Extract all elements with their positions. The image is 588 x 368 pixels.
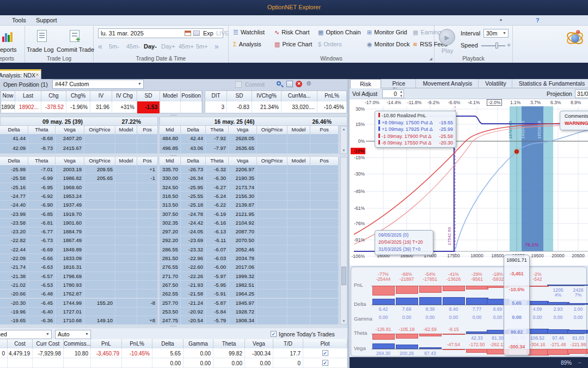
option-chain-button[interactable]: ▦Option Chain xyxy=(318,29,361,36)
splitter-handle[interactable]: ▪▪▪▪ xyxy=(0,324,347,328)
scroll-up-icon[interactable]: ▲ xyxy=(341,128,347,131)
chain-col-model[interactable]: Model xyxy=(287,157,310,165)
chain-col-pos[interactable]: Pos xyxy=(137,126,158,134)
settings-gear-icon[interactable]: ⚙ xyxy=(306,80,311,87)
col-header-Last[interactable]: Last xyxy=(15,91,41,101)
projection-date-input[interactable]: 31/03/20 xyxy=(575,89,588,98)
footer-col-t/d[interactable]: T/D xyxy=(273,339,303,348)
chain-col-model[interactable]: Model xyxy=(287,126,310,134)
footer-col-pnl[interactable]: PnL xyxy=(91,339,122,348)
option-chain-row[interactable]: 335.70-26.73-6.322206.97 xyxy=(160,165,339,174)
speed-slider-track[interactable] xyxy=(481,45,505,46)
reports-button[interactable]: Reports xyxy=(0,46,17,53)
nav-day+[interactable]: Day+ xyxy=(161,43,175,50)
option-chain-row[interactable]: 313.50-25.18-6.222139.87 xyxy=(160,201,339,209)
chain-col-model[interactable]: Model xyxy=(115,126,137,134)
chain-col-vega[interactable]: Vega xyxy=(56,126,84,134)
chain-col-pos[interactable]: Pos xyxy=(310,157,339,165)
option-chain-row[interactable]: -23.20-6.771884.79 xyxy=(0,227,158,236)
nav-5m+[interactable]: 5m+ xyxy=(196,43,208,50)
option-chain-row[interactable]: -21.02-6.531780.93 xyxy=(0,281,158,289)
option-chain-row[interactable]: -25.16-6.951969.60 xyxy=(0,183,158,192)
speed-slider-handle[interactable] xyxy=(495,43,498,49)
chain-col-theta[interactable]: Theta xyxy=(28,157,56,165)
chain-col-delta[interactable]: Delta xyxy=(181,157,206,165)
spinner-down-icon[interactable]: ▼ xyxy=(400,94,403,98)
option-chain-row[interactable]: 318.50-25.55-6.242156.30 xyxy=(160,192,339,201)
commit-trade-button[interactable]: Commit Trade xyxy=(57,46,94,53)
search-icon[interactable] xyxy=(277,81,281,86)
expiry-header-right[interactable]: 16 may. 25 (46) 26.46% xyxy=(160,117,347,126)
close-icon[interactable]: ✕ xyxy=(296,81,302,87)
exp-label[interactable]: Exp xyxy=(203,30,213,37)
price-chart-button[interactable]: ▥Price Chart xyxy=(274,41,312,48)
chain-col-theta[interactable]: Theta xyxy=(28,126,56,134)
chain-col-delta[interactable]: Delta xyxy=(0,157,28,165)
col-header-DIT[interactable]: DIT xyxy=(205,91,227,101)
footer-col-cost[interactable]: Cost xyxy=(8,339,33,348)
option-chain-row[interactable]: -19.65-6.361710.68149.10+8 xyxy=(0,316,158,324)
col-header-CurrMa...[interactable]: CurrMa... xyxy=(281,91,317,101)
nav-45m+[interactable]: 45m+ xyxy=(179,43,194,50)
interval-select[interactable]: 30m ▼ xyxy=(483,29,509,38)
option-chain-row[interactable]: 286.55-23.32-6.072052.46 xyxy=(160,245,339,254)
option-chain-row[interactable]: 267.50-21.93-5.951982.51 xyxy=(160,281,339,289)
option-chain-row[interactable]: 330.00-26.34-6.302190.35 xyxy=(160,174,339,183)
chain-col-model[interactable]: Model xyxy=(115,157,137,165)
option-chain-row[interactable]: -22.44-6.691849.89 xyxy=(0,245,158,254)
option-chain-row[interactable]: -24.40-6.901937.49 xyxy=(0,201,158,209)
dock-layout-icon[interactable] xyxy=(286,81,293,87)
option-chain-row[interactable]: 302.35-24.42-6.162104.92 xyxy=(160,219,339,227)
footer-col-pnl%[interactable]: PnL% xyxy=(122,339,152,348)
close-tab-icon[interactable]: × xyxy=(36,72,39,77)
chain-col-delta[interactable]: Delta xyxy=(0,126,28,134)
tab-price-chart[interactable]: Price Chart xyxy=(382,79,416,88)
chain-col-theta[interactable]: Theta xyxy=(206,126,229,134)
col-header-SD[interactable]: SD xyxy=(137,91,160,101)
option-chain-row[interactable]: 496.8543.06-7.972635.65 xyxy=(160,144,339,154)
option-chain-row[interactable]: -21.38-6.571798.69 xyxy=(0,272,158,281)
scrollbar-chain[interactable]: ▼ xyxy=(340,157,347,324)
option-chain-row[interactable]: -22.09-6.661833.09 xyxy=(0,254,158,263)
col-header-IVChg%[interactable]: IVChg% xyxy=(252,91,281,101)
tab-volatility[interactable]: Volatility xyxy=(480,79,512,88)
col-header-IV[interactable]: IV xyxy=(90,91,112,101)
footer-col-theta[interactable]: Theta xyxy=(213,339,245,348)
option-chain-row[interactable]: -20.66-6.481762.87 xyxy=(0,289,158,298)
chain-col-origprice[interactable]: OrigPrice xyxy=(84,157,115,165)
option-chain-row[interactable]: 292.20-23.69-6.112070.50 xyxy=(160,236,339,245)
position-select[interactable]: #447 Custom ▼ xyxy=(52,80,144,89)
nav-5m-[interactable]: 5m- xyxy=(109,43,119,50)
trade-log-button[interactable]: Trade Log xyxy=(27,46,54,53)
option-chain-row[interactable]: -23.99-6.851919.70 xyxy=(0,210,158,219)
option-chain-row[interactable]: -25.58-6.991986.82205.65-1 xyxy=(0,174,158,183)
chain-col-origprice[interactable]: OrigPrice xyxy=(84,126,115,134)
col-header-Chg%[interactable]: Chg% xyxy=(66,91,90,101)
option-chain-row[interactable]: 42.09-8.732415.67 xyxy=(0,144,158,154)
option-chain-row[interactable]: 297.20-24.05-6.132087.70 xyxy=(160,227,339,236)
option-chain-row[interactable]: -23.58-6.811901.60 xyxy=(0,219,158,227)
col-header-SD[interactable]: SD xyxy=(227,91,252,101)
footer-col-plot[interactable]: Plot xyxy=(303,339,347,348)
chain-col-mid[interactable]: Mid xyxy=(160,157,181,165)
footer-col-blank[interactable] xyxy=(0,339,8,348)
chain-col-vega[interactable]: Vega xyxy=(229,126,257,134)
time-grid-icon[interactable] xyxy=(193,31,200,36)
option-chain-row[interactable]: 484.8042.44-7.922628.05 xyxy=(160,134,339,144)
watchlist-button[interactable]: ☰Watchlist xyxy=(233,29,265,36)
option-chain-row[interactable]: 307.50-24.78-6.192121.95 xyxy=(160,210,339,219)
help-icon[interactable]: ? xyxy=(536,17,540,23)
tab-analysis-ndx[interactable]: Analysis: NDX × xyxy=(0,69,41,79)
menu-support[interactable]: Support xyxy=(36,17,57,23)
monitor-dock-button[interactable]: ◉Monitor Dock xyxy=(367,41,409,48)
step-back-icon[interactable]: « xyxy=(98,42,102,51)
option-chain-row[interactable]: -19.96-6.401727.01 xyxy=(0,307,158,316)
mode-select[interactable]: Auto ▼ xyxy=(55,330,91,339)
option-chain-row[interactable]: 271.70-22.26-5.971999.32 xyxy=(160,272,339,281)
tab-risk-chart[interactable]: Risk Chart xyxy=(350,79,381,88)
col-header-Model[interactable]: Model xyxy=(160,91,181,101)
option-chain-row[interactable]: 257.70-21.24-5.871945.97 xyxy=(160,299,339,307)
chain-col-mid[interactable]: Mid xyxy=(160,126,181,134)
option-chain-row[interactable]: -20.30-6.451744.99155.20-8 xyxy=(0,299,158,307)
col-header-Now[interactable]: Now xyxy=(1,91,15,101)
